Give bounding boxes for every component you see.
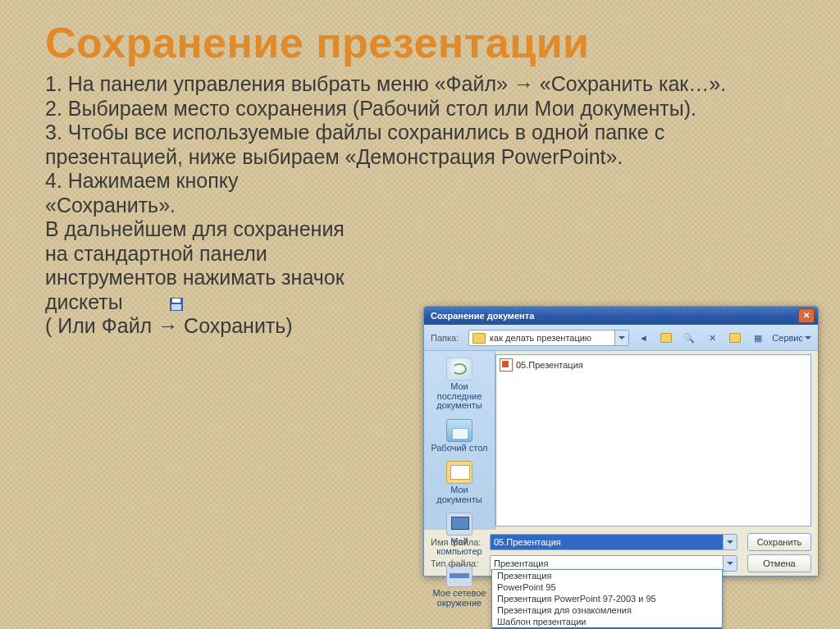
- save-dialog: Сохранение документа ✕ Папка: как делать…: [423, 306, 819, 577]
- documents-icon: [446, 461, 472, 484]
- dialog-bottom: Имя файла: 05.Презентация Сохранить Тип …: [424, 530, 818, 572]
- floppy-icon: [170, 298, 183, 311]
- filetype-dropdown[interactable]: ПрезентацияPowerPoint 95Презентация Powe…: [491, 569, 723, 629]
- place-recent[interactable]: Мои последние документы: [427, 354, 491, 414]
- places-bar: Мои последние документы Рабочий стол Мои…: [424, 351, 495, 530]
- step-1: 1. На панели управления выбрать меню «Фа…: [45, 72, 799, 97]
- filename-field[interactable]: 05.Презентация: [490, 534, 737, 550]
- cancel-button[interactable]: Отмена: [747, 554, 811, 572]
- filetype-option[interactable]: Шаблон презентации: [492, 616, 722, 627]
- step-2: 2. Выбираем место сохранения (Рабочий ст…: [45, 97, 799, 121]
- chevron-down-icon[interactable]: [723, 556, 737, 571]
- note-1: В дальнейшем для сохранения: [45, 217, 799, 242]
- note-2: на стандартной панели: [45, 242, 799, 267]
- filetype-option[interactable]: Презентация: [492, 570, 722, 581]
- views-icon[interactable]: ▦: [749, 329, 767, 347]
- folder-icon: [472, 333, 486, 344]
- folder-value: как делать презентацию: [490, 333, 591, 343]
- search-icon[interactable]: 🔍: [680, 329, 698, 347]
- back-icon[interactable]: ◄: [634, 329, 652, 347]
- up-folder-icon[interactable]: [657, 329, 675, 347]
- filetype-option[interactable]: Презентация для ознакомления: [492, 604, 722, 616]
- filetype-option[interactable]: Презентация PowerPoint 97-2003 и 95: [492, 593, 722, 604]
- filetype-label: Тип файла:: [431, 558, 485, 568]
- step-3: 3. Чтобы все используемые файлы сохранил…: [45, 121, 799, 169]
- slide-title: Сохранение презентации: [45, 18, 799, 67]
- service-menu[interactable]: Сервис: [772, 333, 811, 343]
- folder-combo[interactable]: как делать презентацию: [468, 330, 629, 346]
- filename-label: Имя файла:: [431, 537, 485, 547]
- list-item[interactable]: 05.Презентация: [500, 358, 807, 371]
- note-3: инструментов нажимать значок: [45, 266, 799, 290]
- new-folder-icon[interactable]: [726, 329, 744, 347]
- recent-icon: [446, 358, 472, 381]
- filetype-option[interactable]: PowerPoint 95: [492, 581, 722, 593]
- chevron-down-icon[interactable]: [723, 535, 737, 549]
- chevron-down-icon[interactable]: [614, 330, 628, 345]
- step-4b: «Сохранить».: [45, 194, 799, 218]
- dialog-toolbar: Папка: как делать презентацию ◄ 🔍 ✕ ▦ Се…: [424, 325, 818, 351]
- place-desktop[interactable]: Рабочий стол: [427, 416, 491, 457]
- desktop-icon: [446, 419, 472, 442]
- place-documents[interactable]: Мои документы: [427, 458, 491, 508]
- close-icon[interactable]: ✕: [798, 308, 815, 323]
- file-list[interactable]: 05.Презентация: [495, 354, 811, 526]
- dialog-title: Сохранение документа: [431, 311, 797, 321]
- dialog-titlebar[interactable]: Сохранение документа ✕: [424, 307, 818, 325]
- ppt-file-icon: [500, 358, 513, 371]
- step-4a: 4. Нажимаем кнопку: [45, 169, 799, 194]
- folder-label: Папка:: [431, 333, 463, 343]
- delete-icon[interactable]: ✕: [703, 329, 721, 347]
- save-button[interactable]: Сохранить: [747, 533, 811, 551]
- slide-body: 1. На панели управления выбрать меню «Фа…: [45, 72, 799, 339]
